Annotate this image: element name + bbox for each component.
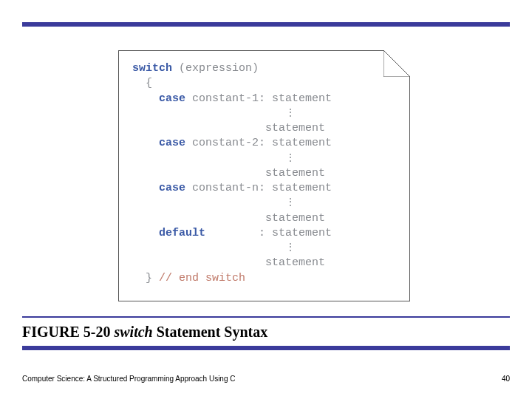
footer-book-title: Computer Science: A Structured Programmi… <box>22 375 235 383</box>
code-text: (expression) <box>172 62 259 75</box>
code-line: case constant-2: statement <box>132 136 396 151</box>
code-text <box>132 167 265 180</box>
code-text: statement <box>265 167 325 180</box>
caption-rest: Statement Syntax <box>153 324 268 340</box>
code-line: switch (expression) <box>132 61 396 76</box>
code-line: default : statement <box>132 226 396 241</box>
figure-number: FIGURE 5-20 <box>22 324 110 340</box>
code-comment: // end switch <box>152 272 245 284</box>
code-text: constant-2: <box>185 137 272 149</box>
code-text <box>132 107 285 120</box>
code-line: statement <box>132 211 396 226</box>
code-text <box>132 197 285 209</box>
code-box: switch (expression) { case constant-1: s… <box>118 50 410 301</box>
code-text: statement <box>272 137 332 149</box>
vertical-ellipsis-icon: ⋮ <box>285 246 296 250</box>
code-text <box>132 122 265 134</box>
code-text: { <box>132 77 152 89</box>
code-text <box>132 256 265 269</box>
code-text: statement <box>272 227 332 239</box>
caption-keyword: switch <box>114 324 152 340</box>
code-line: { <box>132 76 396 91</box>
code-text: statement <box>272 92 332 105</box>
vertical-ellipsis-icon: ⋮ <box>285 201 296 205</box>
code-text <box>132 137 159 149</box>
code-text: statement <box>265 212 325 225</box>
kw-default: default <box>159 227 205 239</box>
kw-case: case <box>159 92 185 105</box>
code-line: case constant-n: statement <box>132 181 396 196</box>
figure-caption: FIGURE 5-20 switch Statement Syntax <box>22 324 267 341</box>
code-text <box>132 92 159 105</box>
top-rule <box>22 22 510 27</box>
footer-page-number: 40 <box>502 375 510 383</box>
mid-rule <box>22 316 510 318</box>
code-text <box>132 227 159 239</box>
code-text: statement <box>272 182 332 194</box>
kw-case: case <box>159 182 185 194</box>
code-line: statement <box>132 256 396 270</box>
code-text: statement <box>265 256 325 269</box>
bottom-rule <box>22 346 510 350</box>
code-line: ⋮ <box>132 151 396 166</box>
code-line: ⋮ <box>132 106 396 121</box>
code-text: statement <box>265 122 325 134</box>
code-text <box>132 212 265 225</box>
vertical-ellipsis-icon: ⋮ <box>285 157 296 161</box>
code-text: } <box>132 272 152 284</box>
kw-switch: switch <box>132 62 172 75</box>
code-line: ⋮ <box>132 196 396 211</box>
code-line: case constant-1: statement <box>132 92 396 106</box>
code-line: } // end switch <box>132 271 396 286</box>
vertical-ellipsis-icon: ⋮ <box>285 112 296 116</box>
code-line: statement <box>132 166 396 181</box>
code-text <box>132 182 159 194</box>
code-text: : <box>205 227 272 239</box>
code-text: constant-n: <box>185 182 272 194</box>
kw-case: case <box>159 137 185 149</box>
code-text <box>132 152 285 165</box>
code-line: ⋮ <box>132 241 396 256</box>
code-text: constant-1: <box>185 92 272 105</box>
code-line: statement <box>132 121 396 136</box>
code-text <box>132 242 285 254</box>
